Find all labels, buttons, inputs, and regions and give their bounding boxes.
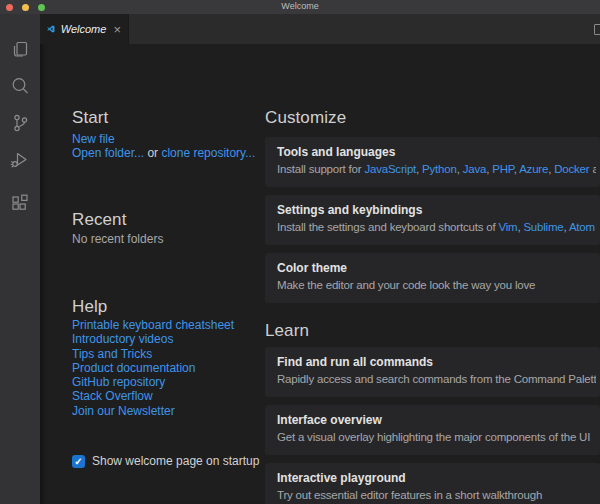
activity-bar xyxy=(0,14,40,504)
card-find-and-run-all-commands[interactable]: Find and run all commands Rapidly access… xyxy=(265,347,600,397)
card-title: Settings and keybindings xyxy=(277,203,596,218)
help-link-product-documentation[interactable]: Product documentation xyxy=(72,361,234,375)
explorer-icon[interactable] xyxy=(9,39,31,61)
welcome-page: Start New file Open folder... or clone r… xyxy=(40,44,600,504)
inline-text: Get a visual overlay highlighting the ma… xyxy=(277,431,590,443)
inline-link[interactable]: clone repository... xyxy=(161,146,255,160)
help-link-introductory-videos[interactable]: Introductory videos xyxy=(72,332,234,346)
card-title: Find and run all commands xyxy=(277,355,596,370)
vscode-logo-icon xyxy=(47,22,55,36)
show-welcome-label: Show welcome page on startup xyxy=(92,454,259,468)
search-icon[interactable] xyxy=(9,75,31,97)
inline-link[interactable]: Java xyxy=(463,163,487,175)
tab-close-icon[interactable]: × xyxy=(113,23,121,36)
titlebar: Welcome xyxy=(0,0,600,14)
card-interface-overview[interactable]: Interface overview Get a visual overlay … xyxy=(265,405,600,455)
show-welcome-checkbox-row[interactable]: ✓ Show welcome page on startup xyxy=(72,454,259,468)
customize-heading: Customize xyxy=(265,108,346,128)
learn-heading: Learn xyxy=(265,321,309,341)
help-links: Printable keyboard cheatsheet Introducto… xyxy=(72,318,234,418)
inline-link[interactable]: JavaScript xyxy=(364,163,416,175)
card-title: Interactive playground xyxy=(277,471,596,486)
card-description: Install the settings and keyboard shortc… xyxy=(277,220,596,235)
inline-link[interactable]: Sublime xyxy=(523,221,563,233)
card-title: Tools and languages xyxy=(277,145,596,160)
help-link-tips-and-tricks[interactable]: Tips and Tricks xyxy=(72,347,234,361)
inline-text: an... xyxy=(589,163,596,175)
inline-text: Make the editor and your code look the w… xyxy=(277,279,535,291)
inline-link[interactable]: Docker xyxy=(554,163,589,175)
inline-text: or xyxy=(144,146,161,160)
source-control-icon[interactable] xyxy=(9,112,31,134)
card-description: Try out essential editor features in a s… xyxy=(277,488,596,503)
open-folder-line: Open folder... or clone repository... xyxy=(72,146,255,160)
card-color-theme[interactable]: Color theme Make the editor and your cod… xyxy=(265,253,600,303)
help-heading: Help xyxy=(72,297,107,317)
card-title: Color theme xyxy=(277,261,596,276)
card-description: Make the editor and your code look the w… xyxy=(277,278,596,293)
card-settings-and-keybindings[interactable]: Settings and keybindings Install the set… xyxy=(265,195,600,245)
recent-heading: Recent xyxy=(72,210,126,230)
card-description: Get a visual overlay highlighting the ma… xyxy=(277,430,596,445)
start-heading: Start xyxy=(72,108,108,128)
help-link-github-repository[interactable]: GitHub repository xyxy=(72,375,234,389)
inline-text: a... xyxy=(595,221,596,233)
show-welcome-checkbox[interactable]: ✓ xyxy=(72,455,85,468)
card-description: Rapidly access and search commands from … xyxy=(277,372,596,387)
inline-link[interactable]: Open folder... xyxy=(72,146,144,160)
run-and-debug-icon[interactable] xyxy=(9,149,31,171)
tab-bar: Welcome × xyxy=(40,14,600,44)
card-tools-and-languages[interactable]: Tools and languages Install support for … xyxy=(265,137,600,187)
vscode-window: Welcome Welcome × xyxy=(0,0,600,504)
main-area: Welcome × Start New file Open folder... … xyxy=(40,14,600,504)
inline-link[interactable]: Atom xyxy=(569,221,595,233)
inline-text: Try out essential editor features in a s… xyxy=(277,489,542,501)
extensions-icon[interactable] xyxy=(9,192,31,214)
tab-welcome[interactable]: Welcome × xyxy=(40,14,129,44)
inline-text: Install the settings and keyboard shortc… xyxy=(277,221,498,233)
inline-link[interactable]: Vim xyxy=(498,221,517,233)
card-description: Install support for JavaScript, Python, … xyxy=(277,162,596,177)
no-recent-folders-text: No recent folders xyxy=(72,232,163,246)
inline-text: Rapidly access and search commands from … xyxy=(277,373,596,385)
card-interactive-playground[interactable]: Interactive playground Try out essential… xyxy=(265,463,600,504)
inline-text: Install support for xyxy=(277,163,364,175)
inline-link[interactable]: Python xyxy=(422,163,457,175)
window-title: Welcome xyxy=(0,1,600,11)
card-title: Interface overview xyxy=(277,413,596,428)
help-link-join-newsletter[interactable]: Join our Newsletter xyxy=(72,404,234,418)
inline-link[interactable]: Azure xyxy=(519,163,548,175)
tab-label: Welcome xyxy=(61,23,107,35)
help-link-stack-overflow[interactable]: Stack Overflow xyxy=(72,389,234,403)
inline-link[interactable]: PHP xyxy=(492,163,514,175)
new-file-link[interactable]: New file xyxy=(72,132,115,146)
split-editor-icon[interactable] xyxy=(594,24,600,35)
help-link-keyboard-cheatsheet[interactable]: Printable keyboard cheatsheet xyxy=(72,318,234,332)
